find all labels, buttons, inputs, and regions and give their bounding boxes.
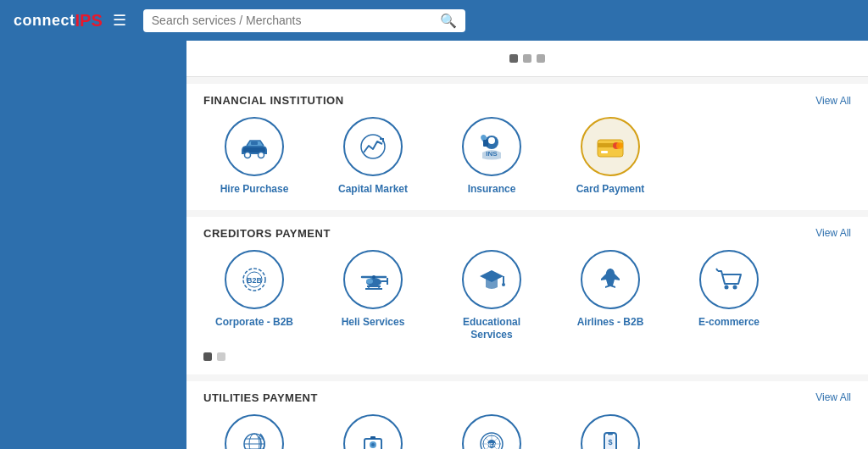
airlines-b2b-label: Airlines - B2B: [577, 316, 644, 330]
svg-rect-43: [370, 436, 376, 439]
card-payment-item[interactable]: Card Payment: [559, 117, 661, 197]
mobile-telephone-item[interactable]: Mobile/ Telephone: [322, 414, 424, 449]
financial-view-all[interactable]: View All: [815, 95, 851, 107]
heli-services-icon-circle: [343, 250, 403, 309]
corporate-b2b-label: Corporate - B2B: [215, 316, 293, 330]
svg-text:$: $: [608, 438, 612, 446]
internet-payment-item[interactable]: Internet Payment: [203, 414, 305, 449]
svg-text:NEA: NEA: [487, 442, 497, 447]
card-payment-icon: [593, 129, 628, 164]
svg-line-32: [716, 269, 718, 271]
educational-services-icon: [474, 262, 509, 297]
airlines-b2b-icon-circle: [581, 250, 640, 309]
svg-rect-52: [608, 434, 613, 435]
capital-market-icon-circle: [343, 117, 403, 176]
load-wallet-item[interactable]: $ Load Wallet: [559, 414, 661, 449]
svg-rect-6: [483, 140, 488, 147]
ecommerce-icon: [711, 262, 747, 297]
creditors-pagination: [203, 352, 851, 361]
card-payment-icon-circle: [581, 117, 640, 176]
svg-point-41: [371, 443, 375, 446]
corporate-b2b-icon-circle: B2B: [225, 250, 284, 309]
utilities-section-title: UTILITIES PAYMENT: [203, 391, 318, 404]
creditors-service-grid: B2B Corporate - B2B: [203, 250, 851, 342]
ecommerce-label: E-commerce: [698, 316, 760, 330]
creditors-section-header: CREDITORS PAYMENT View All: [203, 227, 851, 240]
ecommerce-icon-circle: [699, 250, 759, 309]
slider-dot-2[interactable]: [523, 54, 531, 63]
mobile-telephone-icon-circle: [343, 414, 403, 449]
capital-market-icon: [355, 129, 391, 164]
logo-ips: IPS: [75, 11, 103, 30]
utilities-payment-section: UTILITIES PAYMENT View All: [186, 381, 868, 449]
hero-slider: [186, 41, 868, 77]
utilities-service-grid: Internet Payment: [203, 414, 851, 449]
svg-point-31: [733, 285, 737, 289]
creditors-section-title: CREDITORS PAYMENT: [203, 227, 331, 240]
educational-services-item[interactable]: Educational Services: [441, 250, 542, 342]
ecommerce-item[interactable]: E-commerce: [678, 250, 780, 342]
insurance-item[interactable]: INS Insurance: [441, 117, 542, 197]
svg-point-13: [616, 142, 623, 149]
nea-bill-payment-icon-circle: NEA: [462, 414, 521, 449]
hamburger-menu[interactable]: ☰: [113, 11, 126, 30]
svg-rect-18: [381, 280, 387, 282]
card-payment-label: Card Payment: [576, 183, 645, 197]
nea-bill-payment-item[interactable]: NEA NEA Bill Payment: [441, 414, 542, 449]
educational-services-icon-circle: [462, 250, 521, 309]
heli-services-icon: [355, 262, 391, 297]
search-input[interactable]: [152, 14, 440, 27]
financial-section-title: FINANCIAL INSTITUTION: [203, 94, 344, 107]
svg-point-7: [488, 137, 495, 144]
slider-dot-1[interactable]: [509, 54, 518, 63]
hire-purchase-icon-circle: [225, 117, 284, 176]
svg-point-1: [245, 152, 251, 158]
creditors-payment-section: CREDITORS PAYMENT View All B2B Corporate…: [186, 217, 868, 374]
svg-point-2: [259, 152, 264, 158]
svg-point-34: [249, 434, 259, 449]
capital-market-item[interactable]: Capital Market: [322, 117, 424, 197]
svg-point-21: [372, 275, 376, 279]
svg-text:B2B: B2B: [247, 276, 263, 285]
creditors-dot-1[interactable]: [203, 352, 212, 361]
insurance-icon-circle: INS: [462, 117, 521, 176]
slider-dot-3[interactable]: [537, 54, 545, 63]
capital-market-label: Capital Market: [338, 183, 408, 197]
financial-institution-section: FINANCIAL INSTITUTION View All: [186, 84, 868, 210]
svg-rect-11: [601, 151, 608, 153]
financial-service-grid: Hire Purchase Capital Market: [203, 117, 851, 197]
search-bar: 🔍: [143, 9, 465, 32]
content-area: FINANCIAL INSTITUTION View All: [186, 41, 868, 449]
load-wallet-icon-circle: $: [581, 414, 640, 449]
logo-connect: connect: [14, 12, 75, 30]
hire-purchase-label: Hire Purchase: [220, 183, 289, 197]
nea-bill-payment-icon: NEA: [474, 426, 509, 449]
airlines-b2b-item[interactable]: Airlines - B2B: [559, 250, 661, 342]
svg-point-22: [366, 279, 373, 284]
insurance-label: Insurance: [468, 183, 516, 197]
utilities-view-all[interactable]: View All: [815, 391, 851, 403]
utilities-section-header: UTILITIES PAYMENT View All: [203, 391, 851, 404]
load-wallet-icon: $: [593, 426, 628, 449]
hire-purchase-item[interactable]: Hire Purchase: [203, 117, 305, 197]
internet-payment-icon-circle: [225, 414, 284, 449]
airlines-b2b-icon: [593, 262, 628, 297]
creditors-dot-2[interactable]: [217, 352, 225, 361]
app-header: connectIPS ☰ 🔍: [0, 0, 868, 41]
svg-point-30: [725, 285, 729, 289]
insurance-icon: INS: [474, 129, 509, 164]
financial-section-header: FINANCIAL INSTITUTION View All: [203, 94, 851, 107]
main-layout: FINANCIAL INSTITUTION View All: [0, 41, 868, 449]
mobile-telephone-icon: [355, 426, 391, 449]
hire-purchase-icon: [236, 129, 272, 164]
corporate-b2b-icon: B2B: [236, 262, 272, 297]
creditors-view-all[interactable]: View All: [815, 227, 851, 239]
sidebar: [0, 41, 186, 449]
internet-payment-icon: [236, 426, 272, 449]
corporate-b2b-item[interactable]: B2B Corporate - B2B: [203, 250, 305, 342]
svg-point-29: [502, 283, 505, 286]
svg-text:INS: INS: [486, 150, 498, 158]
heli-services-item[interactable]: Heli Services: [322, 250, 424, 342]
svg-rect-3: [251, 141, 258, 145]
search-icon[interactable]: 🔍: [440, 13, 457, 29]
